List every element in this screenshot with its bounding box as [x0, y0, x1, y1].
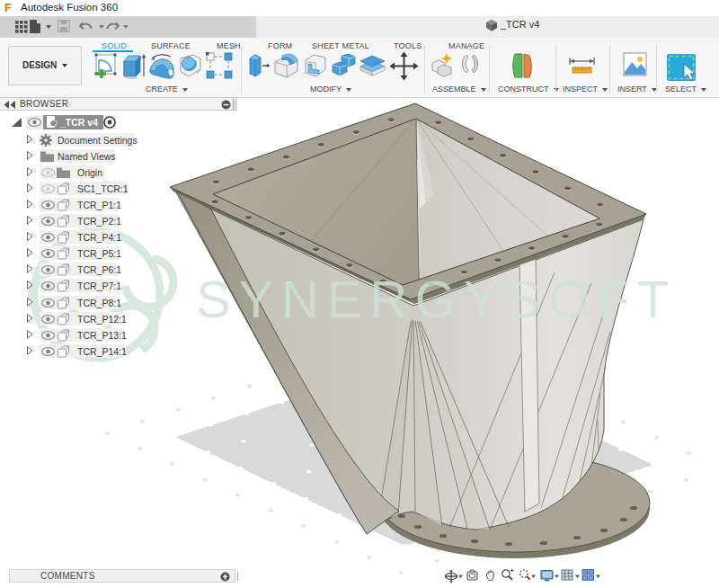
svg-text:SYNERGYSOFT: SYNERGYSOFT: [196, 270, 677, 328]
